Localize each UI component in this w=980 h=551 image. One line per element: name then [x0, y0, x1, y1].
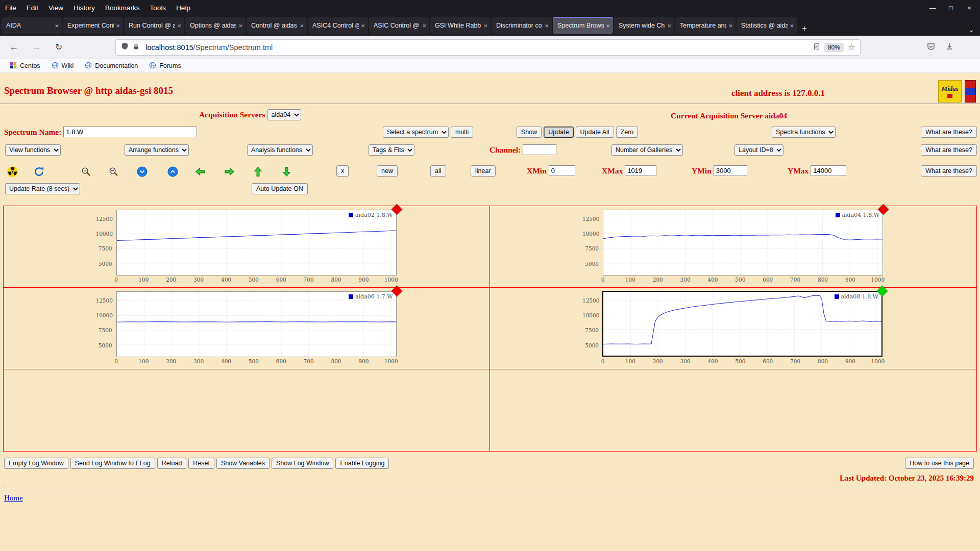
what-are-these-button-2[interactable]: What are these?	[921, 144, 977, 156]
ymin-input[interactable]	[714, 165, 747, 176]
bookmark-item-wiki[interactable]: Wiki	[47, 60, 79, 72]
tab-close-icon[interactable]: ×	[606, 22, 610, 30]
reset-button[interactable]: Reset	[188, 458, 214, 469]
show-button[interactable]: Show	[517, 127, 542, 138]
x-button[interactable]: x	[336, 165, 349, 177]
menu-help[interactable]: Help	[171, 2, 195, 14]
menu-file[interactable]: File	[0, 2, 21, 14]
new-button[interactable]: new	[377, 165, 398, 177]
xmin-input[interactable]	[549, 165, 575, 176]
menu-edit[interactable]: Edit	[21, 2, 43, 14]
tab[interactable]: Control @ aidas×	[247, 17, 307, 34]
maximize-button[interactable]: □	[944, 2, 958, 13]
tab-close-icon[interactable]: ×	[300, 22, 304, 30]
bookmark-item-forums[interactable]: Forums	[144, 60, 185, 72]
what-are-these-button-1[interactable]: What are these?	[921, 127, 977, 138]
tab[interactable]: ASIC Control @×	[369, 17, 429, 34]
reader-mode-icon[interactable]	[813, 43, 820, 52]
bookmark-star-icon[interactable]: ☆	[848, 42, 855, 52]
lock-icon[interactable]	[133, 43, 139, 52]
zoom-in-icon[interactable]	[79, 164, 93, 179]
tab-close-icon[interactable]: ×	[667, 22, 671, 30]
spectrum-plot-aida06[interactable]: aida06 1.7.W	[116, 291, 397, 357]
tab[interactable]: Temperature and×	[675, 17, 736, 34]
pan-up-icon[interactable]	[251, 164, 265, 179]
zero-button[interactable]: Zero	[616, 127, 639, 138]
show-log-window-button[interactable]: Show Log Window	[272, 458, 334, 469]
forward-button[interactable]: →	[30, 40, 43, 55]
tab-close-icon[interactable]: ×	[483, 22, 487, 30]
close-button[interactable]: ×	[963, 2, 976, 13]
linear-button[interactable]: linear	[471, 165, 496, 177]
home-link[interactable]: Home	[4, 494, 23, 502]
tab-close-icon[interactable]: ×	[728, 22, 732, 30]
tab-close-icon[interactable]: ×	[790, 22, 794, 30]
update-rate-dropdown[interactable]: Update Rate (8 secs)	[5, 183, 80, 194]
reload-button[interactable]: ↻	[53, 40, 64, 55]
menu-tools[interactable]: Tools	[145, 2, 172, 14]
y-full-range-icon[interactable]	[165, 164, 180, 179]
tab[interactable]: ASIC4 Control @×	[308, 17, 368, 34]
tab[interactable]: Experiment Cont×	[63, 17, 123, 34]
layout-dropdown[interactable]: Layout ID=8	[734, 144, 783, 156]
tab-close-icon[interactable]: ×	[116, 22, 120, 30]
tab-close-icon[interactable]: ×	[422, 22, 426, 30]
menu-history[interactable]: History	[68, 2, 100, 14]
analysis-functions-dropdown[interactable]: Analysis functions	[247, 144, 313, 156]
back-button[interactable]: ←	[7, 40, 20, 55]
tab[interactable]: Options @ aidas×	[185, 17, 246, 34]
pan-down-icon[interactable]	[279, 164, 293, 179]
spectrum-name-input[interactable]	[63, 127, 197, 137]
tab-close-icon[interactable]: ×	[361, 22, 365, 30]
ymax-input[interactable]	[811, 165, 846, 176]
multi-button[interactable]: multi	[451, 127, 473, 138]
spectrum-plot-aida02[interactable]: aida02 1.8.W	[116, 210, 397, 276]
bookmark-item-documentation[interactable]: Documentation	[80, 60, 142, 72]
minimize-button[interactable]: —	[926, 2, 939, 13]
list-tabs-button[interactable]: ⌄	[964, 23, 979, 36]
xmax-input[interactable]	[625, 165, 656, 176]
pocket-icon[interactable]	[927, 42, 935, 53]
auto-update-button[interactable]: Auto Update ON	[252, 183, 308, 194]
send-log-window-to-elog-button[interactable]: Send Log Window to ELog	[70, 458, 155, 469]
update-all-button[interactable]: Update All	[576, 127, 614, 138]
all-button[interactable]: all	[430, 165, 446, 177]
view-functions-dropdown[interactable]: View functions	[5, 144, 61, 156]
tab-close-icon[interactable]: ×	[55, 22, 59, 30]
spectra-functions-dropdown[interactable]: Spectra functions	[772, 127, 836, 138]
spectrum-plot-aida08[interactable]: aida08 1.8.W	[602, 291, 883, 357]
tab[interactable]: Discriminator co×	[492, 17, 552, 34]
what-are-these-button-3[interactable]: What are these?	[921, 165, 977, 177]
url-bar[interactable]: localhost:8015/Spectrum/Spectrum.tml 80%…	[115, 39, 861, 56]
tab-close-icon[interactable]: ×	[177, 22, 181, 30]
enable-logging-button[interactable]: Enable Logging	[335, 458, 389, 469]
tab-close-icon[interactable]: ×	[545, 22, 549, 30]
spectrum-plot-aida04[interactable]: aida04 1.8.W	[603, 210, 883, 276]
reload-button[interactable]: Reload	[157, 458, 187, 469]
how-to-use-button[interactable]: How to use this page	[905, 458, 974, 469]
tab[interactable]: Spectrum Brows×	[553, 17, 613, 34]
pan-right-icon[interactable]	[222, 164, 236, 179]
x-full-range-icon[interactable]	[135, 164, 149, 179]
zoom-indicator[interactable]: 80%	[824, 43, 844, 52]
new-tab-button[interactable]: +	[797, 21, 812, 36]
menu-bookmarks[interactable]: Bookmarks	[100, 2, 145, 14]
menu-view[interactable]: View	[43, 2, 68, 14]
acquisition-server-select[interactable]: aida04	[267, 109, 301, 120]
shield-icon[interactable]	[121, 42, 129, 52]
show-variables-button[interactable]: Show Variables	[216, 458, 270, 469]
select-spectrum-dropdown[interactable]: Select a spectrum	[383, 127, 449, 138]
galleries-dropdown[interactable]: Number of Galleries	[611, 144, 683, 156]
radiation-icon[interactable]	[5, 164, 19, 179]
tab[interactable]: Statistics @ aida×	[737, 17, 797, 34]
tab[interactable]: GSI White Rabbit×	[430, 17, 491, 34]
tab-close-icon[interactable]: ×	[238, 22, 242, 30]
update-button[interactable]: Update	[544, 127, 573, 138]
tab[interactable]: System wide Che×	[614, 17, 674, 34]
empty-log-window-button[interactable]: Empty Log Window	[4, 458, 68, 469]
tab[interactable]: Run Control @ a×	[124, 17, 184, 34]
arrange-functions-dropdown[interactable]: Arrange functions	[125, 144, 189, 156]
channel-input[interactable]	[523, 144, 556, 155]
refresh-icon[interactable]	[32, 164, 46, 179]
bookmark-item-centos[interactable]: Centos	[5, 60, 45, 72]
